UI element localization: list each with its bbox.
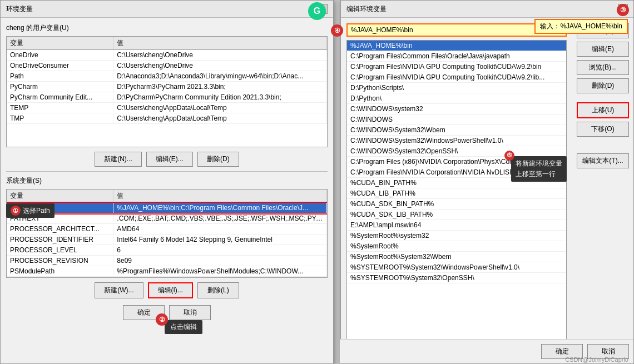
system-new-button[interactable]: 新建(W)... — [95, 282, 143, 298]
sys-var-cell: PROCESSOR_IDENTIFIER — [7, 235, 113, 245]
system-edit-button[interactable]: 编辑(I)... — [148, 282, 193, 298]
edit-list-item[interactable]: C:\WINDOWS\System32\WindowsPowerShell\v1… — [347, 136, 566, 146]
sys-val-cell: %JAVA_HOME%\bin;C:\Program Files\Common … — [113, 203, 327, 213]
user-new-button[interactable]: 新建(N)... — [95, 152, 142, 167]
user-delete-button[interactable]: 删除(D) — [197, 152, 239, 167]
user-val-cell: D:\PyCharm\PyCharm Community Edition 202… — [113, 92, 327, 103]
cancel-button[interactable]: 取消 — [169, 305, 211, 320]
user-edit-button[interactable]: 编辑(E)... — [146, 152, 193, 167]
edit-browse-button[interactable]: 浏览(B)... — [577, 60, 629, 75]
env-dialog-title: 环境变量 — [6, 4, 33, 14]
system-table-row[interactable]: PROCESSOR_IDENTIFIERIntel64 Family 6 Mod… — [7, 235, 327, 245]
user-table-row[interactable]: OneDriveC:\Users\cheng\OneDrive — [7, 50, 327, 61]
annotation-4-tooltip: 输入：%JAVA_HOME%\bin — [534, 19, 628, 34]
user-table-row[interactable]: TEMPC:\Users\cheng\AppData\Local\Temp — [7, 103, 327, 113]
user-table-row[interactable]: PyCharm Community Edit...D:\PyCharm\PyCh… — [7, 92, 327, 103]
user-table-row[interactable]: TMPC:\Users\cheng\AppData\Local\Temp — [7, 113, 327, 124]
edit-list-item[interactable]: C:\Program Files\NVIDIA GPU Computing To… — [347, 62, 566, 72]
edit-list-item[interactable]: C:\Program Files\NVIDIA GPU Computing To… — [347, 72, 566, 83]
system-table-row[interactable]: PROCESSOR_REVISION8e09 — [7, 256, 327, 266]
user-var-cell: OneDriveConsumer — [7, 61, 113, 71]
edit-movedown-button[interactable]: 下移(O) — [577, 122, 629, 137]
grammarly-icon: G — [308, 2, 326, 20]
user-var-cell: Path — [7, 71, 113, 82]
edit-list-item[interactable]: %SystemRoot% — [347, 241, 566, 252]
system-table-row[interactable]: PSModulePath%ProgramFiles%\WindowsPowerS… — [7, 266, 327, 277]
edit-dialog-titlebar: 编辑环境变量 ✕ — [341, 1, 633, 18]
sys-val-cell: 6 — [113, 245, 327, 256]
annotation-2-bubble: ② — [156, 313, 168, 326]
user-var-cell: TMP — [7, 113, 113, 124]
user-var-cell: PyCharm — [7, 82, 113, 92]
edit-moveup-button[interactable]: 上移(U) — [577, 102, 629, 118]
edit-list-item[interactable]: C:\Program Files\Common Files\Oracle\Jav… — [347, 51, 566, 62]
system-var-table-container: 变量 值 Path%JAVA_HOME%\bin;C:\Program File… — [6, 189, 328, 278]
annotation-2-container: 点击编辑 ② — [165, 320, 202, 334]
edit-edittext-button[interactable]: 编辑文本(T)... — [577, 153, 629, 168]
user-val-cell: D:\Anaconda3;D:\Anaconda3\Library\mingw-… — [113, 71, 327, 82]
user-var-cell: TEMP — [7, 103, 113, 113]
edit-list-item[interactable]: C:\WINDOWS\System32\Wbem — [347, 125, 566, 136]
edit-list-item[interactable]: C:\WINDOWS — [347, 114, 566, 125]
edit-list-item[interactable]: %CUDA_SDK_BIN_PATH% — [347, 199, 566, 210]
edit-dialog-title: 编辑环境变量 — [346, 4, 387, 14]
edit-list-item[interactable]: %JAVA_HOME%\bin — [347, 41, 566, 51]
user-btn-row: 新建(N)... 编辑(E)... 删除(D) — [6, 152, 328, 167]
user-table-row[interactable]: PyCharmD:\Pycharm3\PyCharm 2021.3.3\bin; — [7, 82, 327, 92]
annotation-4-bubble: ④ — [331, 24, 343, 37]
user-table-row[interactable]: PathD:\Anaconda3;D:\Anaconda3\Library\mi… — [7, 71, 327, 82]
system-var-table: 变量 值 Path%JAVA_HOME%\bin;C:\Program File… — [7, 190, 327, 277]
user-table-row[interactable]: OneDriveConsumerC:\Users\cheng\OneDrive — [7, 61, 327, 71]
user-val-cell: C:\Users\cheng\OneDrive — [113, 50, 327, 61]
system-table-row[interactable]: PATHEXT.COM;.EXE;.BAT;.CMD;.VBS;.VBE;.JS… — [7, 213, 327, 224]
sys-val-cell: 8e09 — [113, 256, 327, 266]
edit-list-item[interactable]: D:\Python\Scripts\ — [347, 83, 566, 93]
user-section-label: cheng 的用户变量(U) — [6, 23, 328, 33]
sys-var-cell: PSModulePath — [7, 266, 113, 277]
user-var-cell: PyCharm Community Edit... — [7, 92, 113, 103]
sys-var-cell: PROCESSOR_REVISION — [7, 256, 113, 266]
annotation-2-tooltip: 点击编辑 — [170, 323, 197, 331]
edit-list-item[interactable]: %SystemRoot%\system32 — [347, 231, 566, 241]
edit-input-label: %JAVA_HOME%\bin — [351, 26, 413, 34]
annotation-5-bubble: ⑤ — [504, 151, 514, 161]
edit-dialog: 编辑环境变量 ✕ ④ %JAVA_HOME%\bin 输入：%JAVA_HOME… — [340, 0, 634, 364]
edit-list-item[interactable]: C:\WINDOWS\System32\OpenSSH\ — [347, 146, 566, 157]
annotation-5-tooltip: ⑤ 将新建环境变量上移至第一行 — [511, 156, 567, 182]
user-var-table: 变量 值 OneDriveC:\Users\cheng\OneDriveOneD… — [7, 37, 327, 124]
user-var-cell: OneDrive — [7, 50, 113, 61]
edit-delete-button[interactable]: 删除(D) — [577, 78, 629, 93]
system-delete-button[interactable]: 删除(L) — [197, 282, 239, 298]
edit-list-item[interactable]: D:\Python\ — [347, 93, 566, 104]
user-val-cell: C:\Users\cheng\OneDrive — [113, 61, 327, 71]
user-var-table-container: 变量 值 OneDriveC:\Users\cheng\OneDriveOneD… — [6, 36, 328, 147]
annotation-1-container: ① 选择Path — [6, 203, 55, 218]
edit-list-item[interactable]: E:\AMPL\ampl.mswin64 — [347, 220, 566, 231]
section-divider — [6, 171, 328, 172]
edit-list-item[interactable]: %CUDA_SDK_LIB_PATH% — [347, 210, 566, 220]
edit-list-item[interactable]: %SYSTEMROOT%\System32\OpenSSH\ — [347, 273, 566, 283]
edit-list[interactable]: %JAVA_HOME%\binC:\Program Files\Common F… — [346, 40, 567, 358]
edit-list-area: ④ %JAVA_HOME%\bin 输入：%JAVA_HOME%\bin %JA… — [341, 18, 572, 364]
user-table-header-var: 变量 — [7, 37, 113, 50]
user-val-cell: C:\Users\cheng\AppData\Local\Temp — [113, 103, 327, 113]
edit-content: ④ %JAVA_HOME%\bin 输入：%JAVA_HOME%\bin %JA… — [341, 18, 633, 364]
system-section-label: 系统变量(S) — [6, 176, 328, 186]
system-table-row[interactable]: Path%JAVA_HOME%\bin;C:\Program Files\Com… — [7, 203, 327, 213]
edit-list-item[interactable]: %SYSTEMROOT%\System32\WindowsPowerShell\… — [347, 262, 566, 273]
watermark: CSDN@JoimyDiCaprio — [565, 356, 628, 363]
user-val-cell: C:\Users\cheng\AppData\Local\Temp — [113, 113, 327, 124]
sys-val-cell: %ProgramFiles%\WindowsPowerShell\Modules… — [113, 266, 327, 277]
sys-val-cell: AMD64 — [113, 224, 327, 235]
sys-table-header-val: 值 — [113, 190, 327, 203]
system-table-row[interactable]: PROCESSOR_LEVEL6 — [7, 245, 327, 256]
env-dialog-titlebar: 环境变量 ✕ — [1, 1, 333, 18]
env-dialog-content: cheng 的用户变量(U) 变量 值 OneDriveC:\Users\che… — [1, 18, 333, 329]
annotation-3-bubble: ③ — [617, 4, 629, 16]
edit-list-item[interactable]: %CUDA_LIB_PATH% — [347, 188, 566, 199]
edit-list-item[interactable]: C:\WINDOWS\system32 — [347, 104, 566, 114]
user-table-header-val: 值 — [113, 37, 327, 50]
edit-list-item[interactable]: %SystemRoot%\System32\Wbem — [347, 252, 566, 262]
edit-edit-button[interactable]: 编辑(E) — [577, 42, 629, 57]
system-table-row[interactable]: PROCESSOR_ARCHITECT...AMD64 — [7, 224, 327, 235]
